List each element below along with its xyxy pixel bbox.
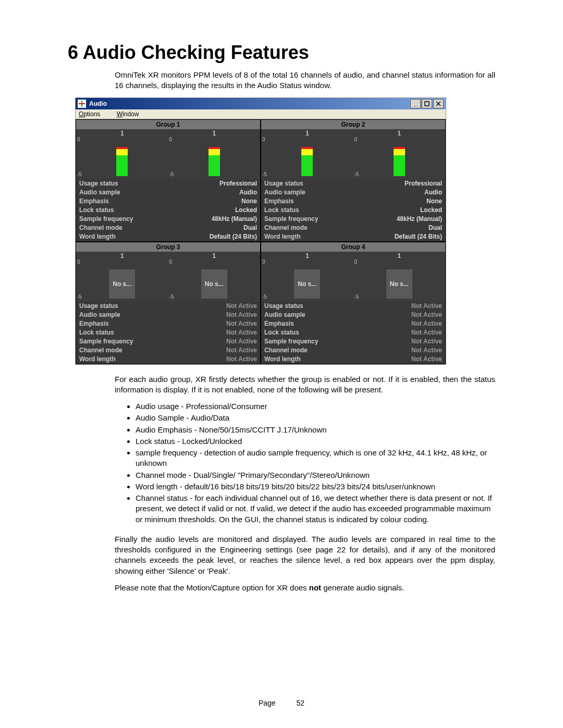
list-item: Audio usage - Professional/Consumer: [136, 401, 495, 412]
meter-area: 11 0-5 0-5: [261, 129, 445, 179]
status-row: Lock statusNot Active: [261, 328, 445, 337]
status-row: Word lengthNot Active: [261, 355, 445, 364]
status-row: EmphasisNone: [76, 197, 260, 206]
list-item: Word length - default/16 bits/18 bits/19…: [136, 482, 495, 492]
meter-column: 0-5 No s...: [168, 252, 261, 302]
page-heading: 6 Audio Checking Features: [68, 42, 495, 64]
audio-group: Group 3 11 0-5 No s... 0-5 No s... Usage…: [76, 242, 261, 364]
status-row: EmphasisNot Active: [261, 319, 445, 328]
status-table: Usage statusProfessional Audio sampleAud…: [261, 179, 445, 241]
meter-scale: 0-5: [354, 254, 365, 300]
status-row: Usage statusNot Active: [76, 302, 260, 311]
status-row: Usage statusProfessional: [261, 179, 445, 188]
para-levels: Finally the audio levels are monitored a…: [115, 534, 495, 576]
status-table: Usage statusNot Active Audio sampleNot A…: [76, 302, 260, 364]
meter-column: 0-5: [353, 129, 446, 179]
audio-group: Group 2 11 0-5 0-5 Usage statusProfessio…: [261, 119, 446, 242]
menu-window[interactable]: Window: [117, 110, 146, 118]
list-item: Lock status - Locked/Unlocked: [136, 436, 495, 447]
no-signal-label: No s...: [294, 269, 320, 299]
meter-column: 0-5 No s...: [76, 252, 168, 302]
svg-rect-0: [425, 102, 429, 106]
status-row: Sample frequencyNot Active: [76, 337, 260, 346]
status-row: Word lengthDefault (24 Bits): [76, 232, 260, 241]
meter-area: 11 0-5 0-5: [76, 129, 260, 179]
status-row: Channel modeDual: [76, 224, 260, 232]
meter-scale: 0-5: [262, 254, 273, 300]
list-item: Channel status - for each individual cha…: [136, 493, 495, 525]
list-item: Audio Sample - Audio/Data: [136, 413, 495, 423]
status-row: Lock statusLocked: [261, 206, 445, 215]
status-row: Channel modeNot Active: [76, 346, 260, 355]
status-row: Sample frequency48kHz (Manual): [261, 215, 445, 224]
status-row: EmphasisNot Active: [76, 319, 260, 328]
app-icon: [78, 100, 86, 108]
minimize-button[interactable]: _: [410, 99, 421, 108]
para-note: Please note that the Motion/Capture opti…: [115, 583, 495, 593]
menu-options[interactable]: Options: [79, 110, 107, 118]
audio-group: Group 1 11 0-5 0-5 Usage statusProfessio…: [76, 119, 261, 242]
audio-status-window: Audio _ Options Window Group 1 11 0-5: [75, 97, 446, 365]
status-row: EmphasisNone: [261, 197, 445, 206]
status-row: Word lengthDefault (24 Bits): [261, 232, 445, 241]
status-row: Channel modeNot Active: [261, 346, 445, 355]
group-header: Group 1: [76, 120, 260, 129]
page-label: Page: [259, 699, 276, 707]
status-row: Audio sampleNot Active: [261, 311, 445, 319]
status-row: Sample frequency48kHz (Manual): [76, 215, 260, 224]
status-row: Lock statusLocked: [76, 206, 260, 215]
status-row: Sample frequencyNot Active: [261, 337, 445, 346]
maximize-button[interactable]: [422, 99, 432, 108]
status-row: Usage statusProfessional: [76, 179, 260, 188]
titlebar[interactable]: Audio _: [76, 98, 446, 109]
meter-scale: 0-5: [77, 131, 88, 177]
meter-column: 0-5 No s...: [353, 252, 446, 302]
status-table: Usage statusProfessional Audio sampleAud…: [76, 179, 260, 241]
meter-column: 0-5 No s...: [261, 252, 353, 302]
meter-column: 0-5: [168, 129, 261, 179]
status-table: Usage statusNot Active Audio sampleNot A…: [261, 302, 445, 364]
group-header: Group 3: [76, 242, 260, 252]
close-button[interactable]: [433, 99, 444, 108]
meter-column: 0-5: [76, 129, 168, 179]
group-header: Group 4: [261, 242, 445, 252]
groups-grid: Group 1 11 0-5 0-5 Usage statusProfessio…: [76, 119, 446, 364]
menubar: Options Window: [76, 109, 446, 119]
meter-scale: 0-5: [262, 131, 273, 177]
intro-text: OmniTek XR monitors PPM levels of 8 of t…: [115, 70, 495, 91]
page-number: 52: [297, 699, 305, 707]
para-enabled: For each audio group, XR firstly detects…: [115, 374, 495, 396]
audio-group: Group 4 11 0-5 No s... 0-5 No s... Usage…: [261, 242, 446, 364]
status-row: Audio sampleAudio: [261, 188, 445, 197]
no-signal-label: No s...: [109, 269, 135, 299]
list-item: Audio Emphasis - None/50/15ms/CCITT J.17…: [136, 425, 495, 435]
status-row: Audio sampleNot Active: [76, 311, 260, 319]
group-header: Group 2: [261, 120, 445, 129]
bullet-list: Audio usage - Professional/ConsumerAudio…: [136, 401, 495, 525]
meter-scale: 0-5: [354, 131, 365, 177]
page-footer: Page 52: [0, 699, 563, 707]
window-title: Audio: [89, 100, 107, 107]
meter-area: 11 0-5 No s... 0-5 No s...: [261, 252, 445, 302]
meter-area: 11 0-5 No s... 0-5 No s...: [76, 252, 260, 302]
status-row: Usage statusNot Active: [261, 302, 445, 311]
meter-column: 0-5: [261, 129, 353, 179]
no-signal-label: No s...: [386, 269, 412, 299]
status-row: Audio sampleAudio: [76, 188, 260, 197]
no-signal-label: No s...: [201, 269, 227, 299]
meter-scale: 0-5: [169, 254, 180, 300]
status-row: Channel modeDual: [261, 224, 445, 232]
status-row: Word lengthNot Active: [76, 355, 260, 364]
meter-scale: 0-5: [77, 254, 88, 300]
list-item: Channel mode - Dual/Single/ "Primary/Sec…: [136, 470, 495, 480]
list-item: sample frequency - detection of audio sa…: [136, 448, 495, 469]
meter-scale: 0-5: [169, 131, 180, 177]
status-row: Lock statusNot Active: [76, 328, 260, 337]
